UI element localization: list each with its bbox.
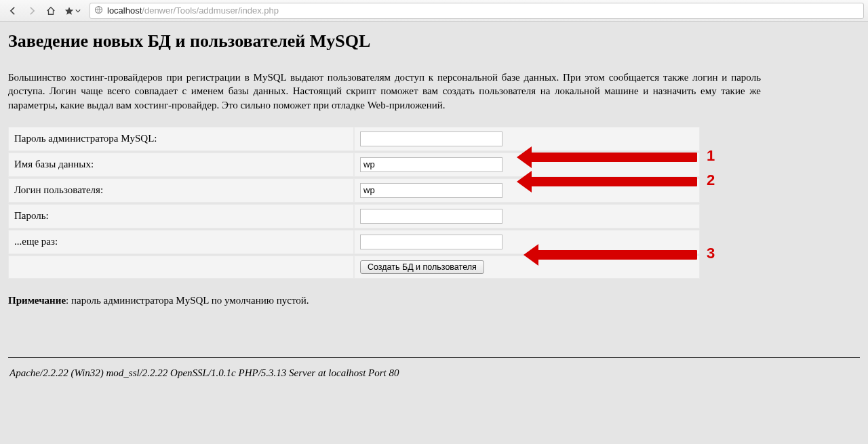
note-prefix: Примечание [8, 295, 66, 306]
table-row: Пароль администратора MySQL: [8, 127, 700, 151]
arrow-right-icon [27, 6, 37, 16]
intro-text: Большинство хостинг-провайдеров при реги… [8, 70, 761, 112]
globe-icon [94, 5, 103, 16]
field-label: Пароль: [8, 204, 354, 228]
annotation-arrow [537, 250, 697, 260]
field-label: Логин пользователя: [8, 178, 354, 203]
user-login-input[interactable] [360, 183, 502, 198]
annotation-label: 2 [707, 171, 715, 189]
annotation-label: 1 [707, 147, 715, 165]
address-bar[interactable]: localhost/denwer/Tools/addmuser/index.ph… [90, 3, 864, 19]
arrow-left-icon [8, 6, 18, 16]
create-db-user-button[interactable]: Создать БД и пользователя [360, 260, 484, 274]
user-password-repeat-input[interactable] [360, 235, 502, 249]
back-button[interactable] [4, 3, 22, 19]
star-icon [64, 6, 74, 16]
url-host: localhost [107, 5, 142, 16]
page-content: Заведение новых БД и пользователей MySQL… [0, 22, 868, 388]
field-label: Имя базы данных: [8, 153, 354, 177]
separator [8, 357, 860, 358]
home-icon [46, 6, 56, 16]
db-name-input[interactable] [360, 157, 502, 172]
url-path: /denwer/Tools/addmuser/index.php [142, 5, 279, 16]
forward-button[interactable] [23, 3, 41, 19]
server-footer: Apache/2.2.22 (Win32) mod_ssl/2.2.22 Ope… [8, 367, 860, 379]
admin-password-input[interactable] [360, 132, 502, 146]
browser-toolbar: localhost/denwer/Tools/addmuser/index.ph… [0, 0, 868, 22]
note-text: : пароль администратора MySQL по умолчан… [66, 295, 309, 306]
page-title: Заведение новых БД и пользователей MySQL [8, 31, 860, 52]
field-label: ...еще раз: [8, 230, 354, 254]
table-row: Пароль: [8, 204, 700, 228]
note: Примечание: пароль администратора MySQL … [8, 295, 860, 306]
bookmarks-button[interactable] [61, 6, 84, 16]
chevron-down-icon [75, 8, 81, 14]
annotation-arrow [530, 153, 697, 162]
user-password-input[interactable] [360, 209, 502, 224]
annotation-arrow [530, 177, 697, 186]
annotation-label: 3 [707, 245, 715, 262]
home-button[interactable] [42, 3, 60, 19]
field-label: Пароль администратора MySQL: [8, 127, 354, 151]
